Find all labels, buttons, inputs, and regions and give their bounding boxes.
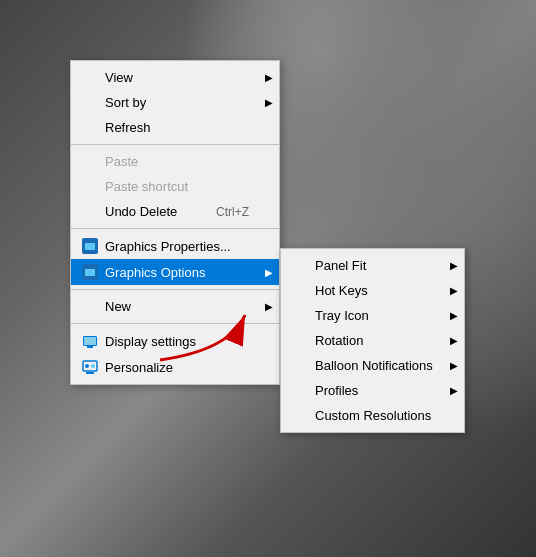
paste-label: Paste [105,154,249,169]
menu-item-view[interactable]: View ▶ [71,65,279,90]
personalize-icon-area [79,359,101,375]
undo-delete-shortcut: Ctrl+Z [216,205,249,219]
menu-item-undo-delete[interactable]: Undo Delete Ctrl+Z [71,199,279,224]
menu-item-paste-shortcut[interactable]: Paste shortcut [71,174,279,199]
undo-delete-label: Undo Delete [105,204,196,219]
sub-menu-item-rotation[interactable]: Rotation ▶ [281,328,464,353]
menu-item-sort-by[interactable]: Sort by ▶ [71,90,279,115]
menu-item-graphics-properties[interactable]: Graphics Properties... [71,233,279,259]
menu-item-refresh[interactable]: Refresh [71,115,279,140]
paste-shortcut-label: Paste shortcut [105,179,249,194]
personalize-label: Personalize [105,360,249,375]
graphics-options-arrow: ▶ [265,267,273,278]
sub-context-menu: Panel Fit ▶ Hot Keys ▶ Tray Icon ▶ Rotat… [280,248,465,433]
menu-item-graphics-options[interactable]: Graphics Options ▶ [71,259,279,285]
rotation-arrow: ▶ [450,335,458,346]
menu-item-personalize[interactable]: Personalize [71,354,279,380]
display-settings-label: Display settings [105,334,249,349]
svg-point-2 [85,364,89,368]
panel-fit-label: Panel Fit [315,258,434,273]
display-monitor-icon [83,336,97,346]
separator-2 [71,228,279,229]
svg-point-3 [91,364,95,368]
hot-keys-arrow: ▶ [450,285,458,296]
view-label: View [105,70,249,85]
personalize-svg [82,359,98,375]
tray-icon-label: Tray Icon [315,308,434,323]
graphics-properties-icon [82,238,98,254]
menu-item-new[interactable]: New ▶ [71,294,279,319]
sub-menu-item-custom-resolutions[interactable]: Custom Resolutions [281,403,464,428]
display-settings-icon [82,333,98,349]
personalize-icon [82,359,98,375]
intel-icon-inner [85,243,95,250]
profiles-label: Profiles [315,383,434,398]
sub-menu-item-hot-keys[interactable]: Hot Keys ▶ [281,278,464,303]
separator-3 [71,289,279,290]
intel-options-icon-inner [85,269,95,276]
graphics-properties-label: Graphics Properties... [105,239,249,254]
tray-icon-arrow: ▶ [450,310,458,321]
panel-fit-arrow: ▶ [450,260,458,271]
view-arrow: ▶ [265,72,273,83]
new-arrow: ▶ [265,301,273,312]
sub-menu-item-tray-icon[interactable]: Tray Icon ▶ [281,303,464,328]
context-menu: View ▶ Sort by ▶ Refresh Paste Paste sho… [70,60,280,385]
balloon-notifications-label: Balloon Notifications [315,358,434,373]
sort-by-arrow: ▶ [265,97,273,108]
sub-menu-item-balloon-notifications[interactable]: Balloon Notifications ▶ [281,353,464,378]
display-settings-icon-area [79,333,101,349]
refresh-label: Refresh [105,120,249,135]
svg-rect-1 [86,372,94,374]
separator-4 [71,323,279,324]
graphics-options-icon-area [79,264,101,280]
sort-by-label: Sort by [105,95,249,110]
menu-item-paste[interactable]: Paste [71,149,279,174]
sub-menu-item-panel-fit[interactable]: Panel Fit ▶ [281,253,464,278]
new-label: New [105,299,249,314]
sub-menu-item-profiles[interactable]: Profiles ▶ [281,378,464,403]
balloon-notifications-arrow: ▶ [450,360,458,371]
menu-item-display-settings[interactable]: Display settings [71,328,279,354]
profiles-arrow: ▶ [450,385,458,396]
separator-1 [71,144,279,145]
graphics-properties-icon-area [79,238,101,254]
graphics-options-label: Graphics Options [105,265,249,280]
custom-resolutions-label: Custom Resolutions [315,408,434,423]
rotation-label: Rotation [315,333,434,348]
graphics-options-icon [82,264,98,280]
hot-keys-label: Hot Keys [315,283,434,298]
